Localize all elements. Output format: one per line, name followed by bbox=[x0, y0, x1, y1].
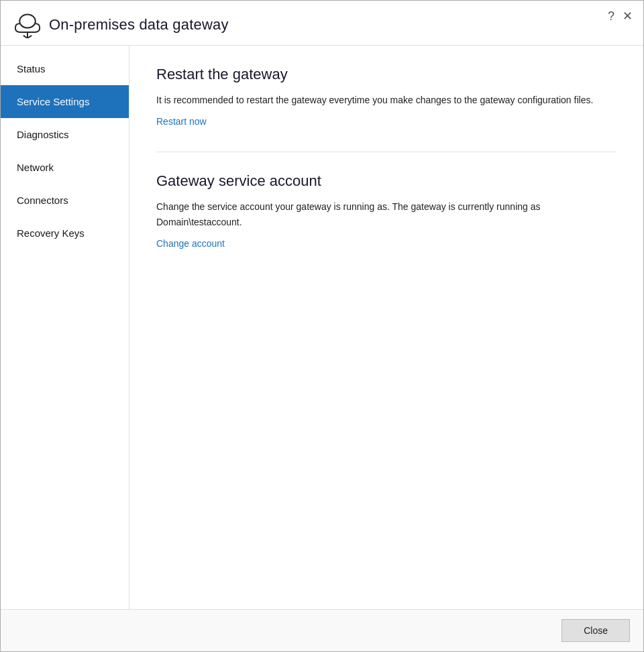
restart-now-link[interactable]: Restart now bbox=[156, 116, 207, 127]
restart-title: Restart the gateway bbox=[156, 66, 616, 83]
service-account-description: Change the service account your gateway … bbox=[156, 199, 616, 229]
sidebar-item-network[interactable]: Network bbox=[1, 151, 129, 184]
close-button[interactable]: Close bbox=[561, 619, 630, 642]
window-controls: ? ✕ bbox=[608, 10, 633, 22]
close-window-button[interactable]: ✕ bbox=[623, 10, 633, 22]
main-panel: Restart the gateway It is recommended to… bbox=[129, 46, 643, 609]
svg-point-0 bbox=[19, 15, 36, 28]
section-divider bbox=[156, 152, 616, 152]
sidebar: Status Service Settings Diagnostics Netw… bbox=[1, 46, 129, 609]
sidebar-item-recovery-keys[interactable]: Recovery Keys bbox=[1, 217, 129, 250]
restart-section: Restart the gateway It is recommended to… bbox=[156, 66, 616, 127]
app-window: On-premises data gateway ? ✕ Status Serv… bbox=[0, 0, 644, 652]
sidebar-item-status[interactable]: Status bbox=[1, 52, 129, 85]
sidebar-item-diagnostics[interactable]: Diagnostics bbox=[1, 118, 129, 151]
content-area: Status Service Settings Diagnostics Netw… bbox=[1, 46, 643, 609]
service-account-title: Gateway service account bbox=[156, 172, 616, 190]
service-account-section: Gateway service account Change the servi… bbox=[156, 172, 616, 250]
title-bar: On-premises data gateway ? ✕ bbox=[1, 1, 643, 46]
restart-description: It is recommended to restart the gateway… bbox=[156, 93, 616, 107]
help-button[interactable]: ? bbox=[608, 10, 614, 22]
footer: Close bbox=[1, 609, 643, 651]
change-account-link[interactable]: Change account bbox=[156, 238, 225, 249]
sidebar-item-connectors[interactable]: Connectors bbox=[1, 184, 129, 217]
app-icon bbox=[14, 11, 41, 38]
app-title: On-premises data gateway bbox=[49, 16, 229, 34]
sidebar-item-service-settings[interactable]: Service Settings bbox=[1, 85, 129, 118]
